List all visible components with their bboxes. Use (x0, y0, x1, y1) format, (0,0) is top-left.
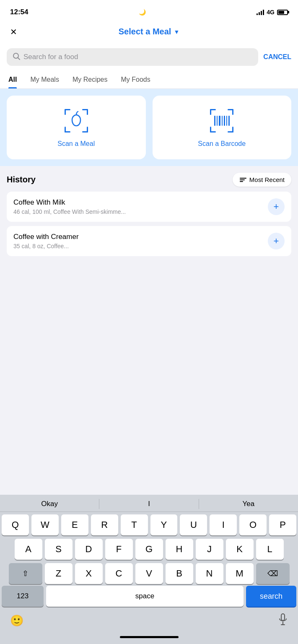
svg-rect-18 (214, 116, 215, 126)
tab-my-foods[interactable]: My Foods (114, 71, 157, 88)
add-food-button[interactable]: + (268, 233, 285, 249)
key-j[interactable]: J (196, 539, 223, 560)
key-n[interactable]: N (196, 563, 223, 584)
key-p[interactable]: P (269, 514, 296, 535)
status-icons: 4G (257, 9, 288, 16)
scan-meal-label: Scan a Meal (57, 140, 95, 148)
key-e[interactable]: E (61, 514, 88, 535)
key-rows: Q W E R T Y U I O P A S D F G H J K L ⇧ … (0, 512, 298, 586)
svg-line-1 (18, 58, 20, 60)
space-key[interactable]: space (46, 586, 244, 607)
svg-rect-17 (232, 127, 233, 132)
delete-key[interactable]: ⌫ (256, 563, 290, 584)
scan-barcode-icon (208, 107, 235, 134)
key-m[interactable]: M (226, 563, 254, 584)
food-details: 35 cal, 8 oz, Coffee... (13, 243, 268, 249)
scan-barcode-card[interactable]: Scan a Barcode (153, 96, 292, 159)
emoji-row: 🙂 (0, 609, 298, 633)
svg-rect-24 (228, 116, 230, 126)
food-item: Coffee with Creamer 35 cal, 8 oz, Coffee… (7, 226, 291, 256)
tabs-bar: All My Meals My Recipes My Foods (0, 71, 298, 89)
home-indicator (0, 633, 298, 644)
key-o[interactable]: O (239, 514, 267, 535)
key-a[interactable]: A (15, 539, 42, 560)
history-section: History Most Recent Coffee With Milk 46 … (0, 166, 298, 264)
scan-meal-card[interactable]: Scan a Meal (7, 96, 146, 159)
microphone-icon[interactable] (278, 613, 288, 628)
predictive-word-2[interactable]: I (99, 499, 199, 509)
history-title: History (7, 175, 36, 184)
key-t[interactable]: T (121, 514, 148, 535)
moon-icon: 🌙 (139, 9, 146, 16)
key-v[interactable]: V (135, 563, 163, 584)
scan-barcode-label: Scan a Barcode (198, 140, 246, 148)
svg-rect-3 (65, 109, 66, 115)
key-x[interactable]: X (75, 563, 103, 584)
tab-my-recipes[interactable]: My Recipes (66, 71, 114, 88)
emoji-icon[interactable]: 🙂 (10, 614, 23, 627)
scan-meal-icon (63, 107, 90, 134)
svg-rect-23 (226, 116, 227, 126)
sort-label: Most Recent (249, 176, 285, 183)
key-r[interactable]: R (91, 514, 118, 535)
svg-rect-11 (210, 109, 211, 115)
key-b[interactable]: B (166, 563, 193, 584)
scan-area: Scan a Meal Scan a Barcode (0, 89, 298, 166)
key-l[interactable]: L (256, 539, 284, 560)
svg-rect-22 (224, 116, 225, 126)
svg-rect-20 (219, 116, 220, 126)
key-h[interactable]: H (166, 539, 193, 560)
predictive-row: Okay I Yea (0, 495, 298, 512)
svg-rect-5 (87, 109, 88, 115)
key-g[interactable]: G (135, 539, 163, 560)
predictive-word-1[interactable]: Okay (0, 499, 99, 509)
key-row-1: Q W E R T Y U I O P (2, 514, 296, 535)
svg-rect-7 (65, 127, 66, 132)
numbers-key[interactable]: 123 (2, 586, 44, 607)
key-f[interactable]: F (105, 539, 133, 560)
key-w[interactable]: W (31, 514, 59, 535)
battery-icon (277, 10, 288, 15)
predictive-word-3[interactable]: Yea (199, 499, 298, 509)
food-item: Coffee With Milk 46 cal, 100 ml, Coffee … (7, 192, 291, 222)
svg-rect-28 (281, 614, 285, 621)
key-q[interactable]: Q (2, 514, 29, 535)
svg-rect-19 (217, 116, 218, 126)
food-info: Coffee With Milk 46 cal, 100 ml, Coffee … (13, 198, 268, 215)
header-title: Select a Meal ▼ (119, 27, 179, 36)
food-name: Coffee with Creamer (13, 233, 268, 241)
network-label: 4G (267, 9, 275, 16)
keyboard-bottom-row: 123 space search (0, 586, 298, 609)
svg-rect-15 (210, 127, 211, 132)
shift-key[interactable]: ⇧ (9, 563, 42, 584)
key-u[interactable]: U (180, 514, 207, 535)
search-key[interactable]: search (246, 586, 296, 607)
chevron-down-icon: ▼ (174, 29, 179, 35)
key-z[interactable]: Z (45, 563, 73, 584)
sort-button[interactable]: Most Recent (233, 173, 291, 187)
home-bar (120, 636, 179, 638)
search-section: Search for a food CANCEL (0, 43, 298, 71)
keyboard: Okay I Yea Q W E R T Y U I O P A S D F G… (0, 495, 298, 644)
food-info: Coffee with Creamer 35 cal, 8 oz, Coffee… (13, 233, 268, 249)
page-header: ✕ Select a Meal ▼ (0, 22, 298, 43)
key-row-2: A S D F G H J K L (2, 539, 296, 560)
key-i[interactable]: I (210, 514, 237, 535)
search-box[interactable]: Search for a food (7, 48, 258, 66)
history-header: History Most Recent (7, 173, 291, 187)
close-button[interactable]: ✕ (10, 27, 17, 37)
search-icon (13, 52, 20, 62)
key-k[interactable]: K (226, 539, 254, 560)
add-food-button[interactable]: + (268, 198, 285, 215)
key-c[interactable]: C (105, 563, 133, 584)
key-row-3: ⇧ Z X C V B N M ⌫ (2, 563, 296, 584)
key-d[interactable]: D (75, 539, 103, 560)
key-y[interactable]: Y (150, 514, 178, 535)
sort-icon (239, 177, 247, 183)
cancel-button[interactable]: CANCEL (263, 53, 291, 61)
tab-my-meals[interactable]: My Meals (23, 71, 65, 88)
food-name: Coffee With Milk (13, 198, 268, 207)
status-bar: 12:54 🌙 4G (0, 0, 298, 22)
tab-all[interactable]: All (7, 71, 23, 88)
key-s[interactable]: S (45, 539, 73, 560)
